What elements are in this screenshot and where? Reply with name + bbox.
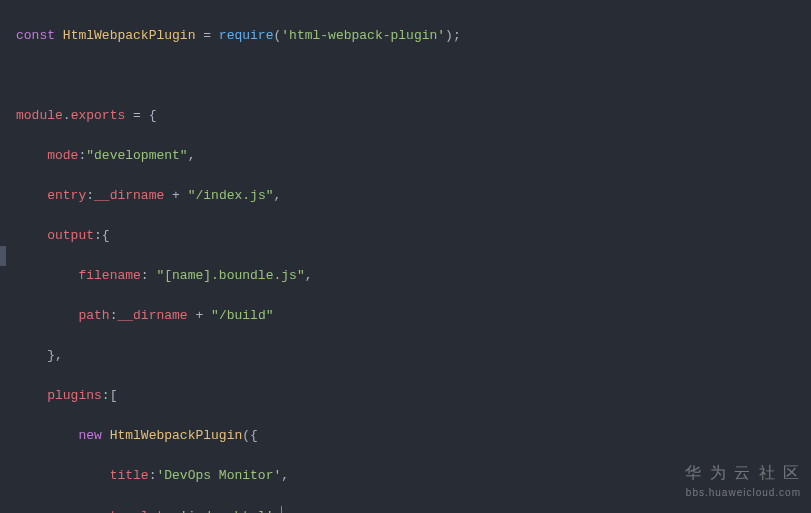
code-line[interactable]: plugins:[ <box>16 386 811 406</box>
code-line[interactable]: output:{ <box>16 226 811 246</box>
property: filename <box>78 268 140 283</box>
keyword: new <box>78 428 101 443</box>
class-name: HtmlWebpackPlugin <box>110 428 243 443</box>
watermark-title: 华 为 云 社 区 <box>685 463 801 483</box>
string: "development" <box>86 148 187 163</box>
code-line[interactable]: new HtmlWebpackPlugin({ <box>16 426 811 446</box>
watermark: 华 为 云 社 区 bbs.huaweicloud.com <box>685 463 801 503</box>
property: entry <box>47 188 86 203</box>
property: output <box>47 228 94 243</box>
code-line[interactable]: path:__dirname + "/build" <box>16 306 811 326</box>
code-line[interactable]: entry:__dirname + "/index.js", <box>16 186 811 206</box>
code-line[interactable] <box>16 66 811 86</box>
text-cursor <box>281 506 282 513</box>
string: 'index.html' <box>180 509 274 513</box>
string: 'html-webpack-plugin' <box>281 28 445 43</box>
line-highlight <box>0 246 6 266</box>
builtin: __dirname <box>94 188 164 203</box>
property: mode <box>47 148 78 163</box>
code-line[interactable]: }, <box>16 346 811 366</box>
property: template <box>110 509 172 513</box>
property: path <box>78 308 109 323</box>
function-call: require <box>219 28 274 43</box>
code-line[interactable]: mode:"development", <box>16 146 811 166</box>
code-editor[interactable]: const HtmlWebpackPlugin = require('html-… <box>0 0 811 513</box>
watermark-url: bbs.huaweicloud.com <box>685 483 801 503</box>
string: "/build" <box>211 308 273 323</box>
code-line[interactable]: filename: "[name].boundle.js", <box>16 266 811 286</box>
identifier: HtmlWebpackPlugin <box>63 28 196 43</box>
code-line[interactable]: const HtmlWebpackPlugin = require('html-… <box>16 26 811 46</box>
builtin: __dirname <box>117 308 187 323</box>
string: "/index.js" <box>188 188 274 203</box>
code-line[interactable]: template:'index.html', <box>16 506 811 513</box>
code-line[interactable]: module.exports = { <box>16 106 811 126</box>
string: 'DevOps Monitor' <box>156 468 281 483</box>
identifier: module <box>16 108 63 123</box>
property: plugins <box>47 388 102 403</box>
property: title <box>110 468 149 483</box>
keyword: const <box>16 28 55 43</box>
string: "[name].boundle.js" <box>156 268 304 283</box>
property: exports <box>71 108 126 123</box>
